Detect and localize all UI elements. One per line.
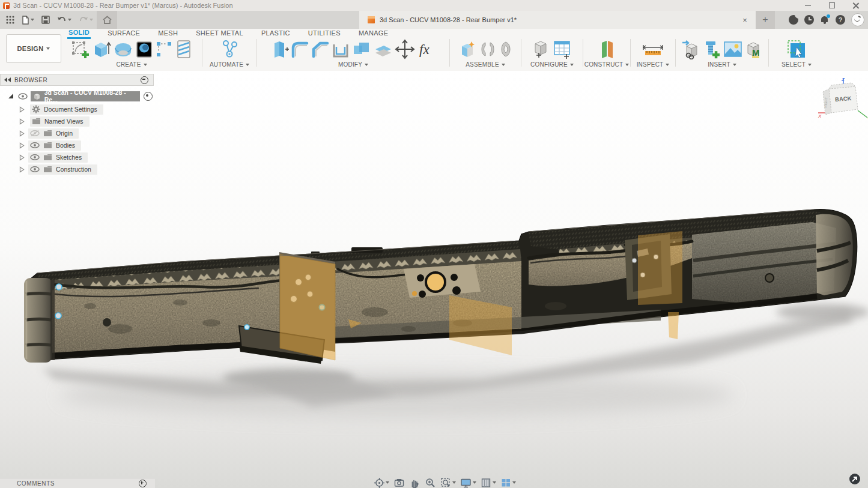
as-built-joint-icon[interactable] (498, 40, 514, 59)
insert-fastener-icon[interactable] (702, 39, 721, 59)
shell-icon[interactable] (331, 40, 350, 59)
combine-icon[interactable] (351, 40, 372, 59)
fillet-icon[interactable] (290, 40, 309, 59)
tab-surface[interactable]: SURFACE (106, 29, 141, 38)
viewcube-front-face[interactable]: BACK (835, 95, 852, 103)
eye-icon[interactable] (18, 93, 28, 100)
inspect-menu[interactable]: INSPECT (637, 61, 670, 68)
help-icon[interactable]: ? (836, 15, 845, 25)
bumper-model[interactable] (0, 71, 868, 488)
comments-bar[interactable]: COMMENTS (0, 478, 155, 488)
tab-sheet-metal[interactable]: SHEET METAL (195, 29, 244, 38)
view-cube[interactable]: Z X Y BACK RIGHT (817, 76, 868, 126)
viewports-icon[interactable] (499, 477, 517, 488)
extrude-icon[interactable] (91, 40, 111, 59)
root-component[interactable]: 3d Scan - CUCV M1008-28 - Re... (31, 91, 140, 101)
notifications-icon[interactable] (820, 15, 830, 25)
eye-icon[interactable] (30, 142, 40, 149)
automate-icon[interactable] (219, 39, 240, 59)
collapse-browser-icon[interactable] (4, 77, 11, 82)
browser-row-document-settings[interactable]: Document Settings (19, 104, 103, 115)
assemble-menu[interactable]: ASSEMBLE (466, 61, 505, 68)
new-component-icon[interactable] (457, 39, 478, 59)
orbit-icon[interactable] (372, 477, 390, 488)
viewcube-left-face[interactable]: RIGHT (824, 97, 828, 107)
measure-icon[interactable] (641, 40, 665, 58)
user-avatar[interactable] (851, 13, 864, 26)
browser-row-origin[interactable]: Origin (19, 128, 79, 139)
app-grid-icon[interactable] (2, 11, 18, 29)
tab-manage[interactable]: MANAGE (357, 29, 389, 38)
pan-icon[interactable] (408, 477, 422, 488)
create-sketch-icon[interactable] (70, 40, 90, 59)
browser-root-row[interactable]: 3d Scan - CUCV M1008-28 - Re... (8, 91, 153, 101)
expand-triangle-icon[interactable] (8, 94, 13, 98)
browser-minimize-icon[interactable] (141, 76, 148, 84)
new-tab-button[interactable]: + (756, 11, 775, 29)
zoom-icon[interactable] (423, 477, 437, 488)
insert-derive-icon[interactable] (681, 39, 701, 59)
pattern-icon[interactable] (154, 40, 174, 59)
thread-icon[interactable] (175, 39, 193, 59)
file-menu-icon[interactable] (18, 11, 38, 29)
display-settings-icon[interactable] (459, 477, 478, 488)
caret-icon[interactable] (19, 154, 25, 161)
job-status-icon[interactable] (804, 15, 814, 25)
select-menu[interactable]: SELECT (782, 61, 812, 68)
parameters-fx-icon[interactable]: fx (416, 40, 437, 59)
press-pull-icon[interactable] (270, 40, 289, 59)
insert-mcmaster-icon[interactable]: M (744, 39, 763, 59)
tab-close-icon[interactable]: × (740, 16, 750, 25)
feedback-bubble-icon[interactable] (849, 474, 860, 484)
modify-menu[interactable]: MODIFY (338, 61, 368, 68)
construct-menu[interactable]: CONSTRUCT (584, 61, 630, 68)
offset-face-icon[interactable] (373, 40, 393, 59)
insert-menu[interactable]: INSERT (708, 61, 736, 68)
undo-icon[interactable] (53, 11, 75, 29)
eye-icon[interactable] (30, 154, 40, 161)
automate-menu[interactable]: AUTOMATE (210, 61, 249, 68)
close-button[interactable] (844, 0, 868, 11)
browser-header[interactable]: BROWSER (0, 74, 154, 86)
caret-icon[interactable] (19, 142, 25, 149)
browser-row-named-views[interactable]: Named Views (19, 116, 90, 127)
restore-button[interactable] (820, 0, 844, 11)
caret-icon[interactable] (19, 118, 25, 125)
look-at-icon[interactable] (392, 477, 406, 488)
configuration-icon[interactable] (532, 39, 551, 59)
caret-icon[interactable] (19, 130, 25, 137)
create-menu[interactable]: CREATE (116, 61, 147, 68)
move-icon[interactable] (395, 39, 415, 59)
add-comment-icon[interactable] (139, 480, 147, 487)
configure-menu[interactable]: CONFIGURE (530, 61, 574, 68)
chamfer-icon[interactable] (311, 40, 330, 59)
browser-row-construction[interactable]: Construction (19, 164, 97, 175)
save-icon[interactable] (38, 11, 53, 29)
configuration-table-icon[interactable] (552, 39, 572, 59)
tab-mesh[interactable]: MESH (157, 29, 179, 38)
construction-plane-icon[interactable] (597, 39, 616, 59)
browser-row-sketches[interactable]: Sketches (19, 152, 88, 163)
activate-component-radio[interactable] (144, 92, 153, 101)
center-panel[interactable] (404, 264, 481, 298)
insert-canvas-icon[interactable] (723, 40, 743, 58)
browser-row-bodies[interactable]: Bodies (19, 140, 81, 151)
workspace-selector[interactable]: DESIGN (6, 34, 61, 63)
construction-plane[interactable] (280, 255, 335, 360)
caret-icon[interactable] (19, 106, 25, 113)
viewport-canvas[interactable]: BROWSER 3d Scan - CUCV M1008-28 - Re... (0, 71, 868, 488)
tab-solid[interactable]: SOLID (67, 28, 91, 39)
home-view-icon[interactable] (97, 11, 117, 29)
tab-utilities[interactable]: UTILITIES (307, 29, 342, 38)
eye-icon[interactable] (30, 166, 40, 173)
joint-icon[interactable] (479, 40, 497, 59)
extensions-icon[interactable] (789, 15, 798, 25)
select-icon[interactable] (786, 39, 807, 59)
minimize-button[interactable] (796, 0, 820, 11)
fit-icon[interactable] (439, 477, 457, 488)
tab-plastic[interactable]: PLASTIC (260, 29, 291, 38)
construction-plane[interactable] (668, 312, 679, 339)
grid-and-snaps-icon[interactable] (479, 477, 497, 488)
revolve-icon[interactable] (112, 40, 134, 59)
eye-off-icon[interactable] (30, 130, 40, 137)
